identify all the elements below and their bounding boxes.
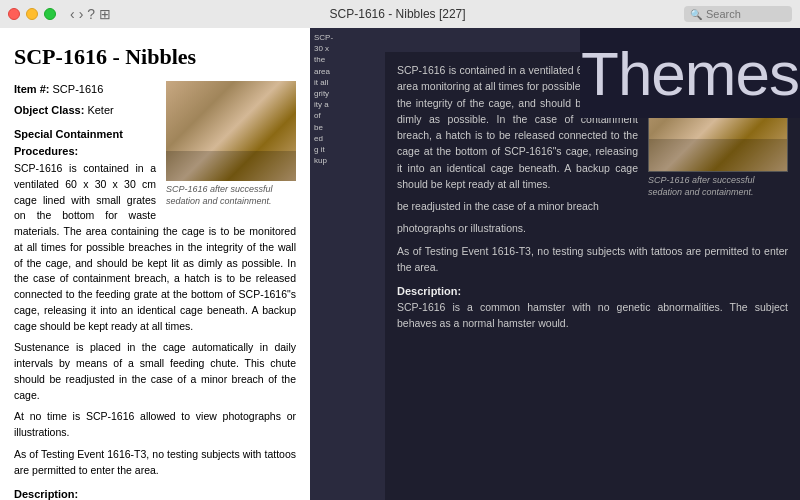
sustenance-text: Sustenance is placed in the cage automat… <box>14 340 296 403</box>
scp-document-panel: SCP-1616 - Nibbles SCP-1616 after succes… <box>0 28 310 500</box>
search-icon: 🔍 <box>690 9 702 20</box>
hamster-photo <box>166 81 296 181</box>
right-panel[interactable]: Themes 🔍 SCP-1616 after successful sedat… <box>385 28 800 500</box>
close-button[interactable] <box>8 8 20 20</box>
right-image-caption: SCP-1616 after successful sedation and c… <box>648 175 788 198</box>
scp-image <box>166 81 296 181</box>
main-content: SCP-1616 - Nibbles SCP-1616 after succes… <box>0 28 800 500</box>
right-partial-text-3: photographs or illustrations. <box>397 220 788 236</box>
scp-title: SCP-1616 - Nibbles <box>14 40 296 73</box>
right-partial-text-2: be readjusted in the case of a minor bre… <box>397 198 788 214</box>
right-testing-text: As of Testing Event 1616-T3, no testing … <box>397 243 788 276</box>
no-photos-text: At no time is SCP-1616 allowed to view p… <box>14 409 296 441</box>
scp-image-container: SCP-1616 after successful sedation and c… <box>166 81 296 207</box>
right-description-header: Description: <box>397 285 461 297</box>
testing-text: As of Testing Event 1616-T3, no testing … <box>14 447 296 479</box>
help-button[interactable]: ? <box>87 7 95 21</box>
chrome-search-box[interactable]: 🔍 <box>684 6 792 22</box>
window-chrome: ‹ › ? ⊞ SCP-1616 - Nibbles [227] 🔍 <box>0 0 800 28</box>
right-description-text: SCP-1616 is a common hamster with no gen… <box>397 299 788 332</box>
description-header: Description: <box>14 486 296 500</box>
forward-button[interactable]: › <box>79 7 84 21</box>
themes-title: Themes <box>581 38 799 109</box>
middle-panel: SCP-30 xtheareait allgrityity aofbeedg i… <box>310 28 385 500</box>
themes-overlay: Themes <box>580 28 800 118</box>
scp-image-caption: SCP-1616 after successful sedation and c… <box>166 184 296 207</box>
middle-text: SCP-30 xtheareait allgrityity aofbeedg i… <box>314 32 381 166</box>
view-button[interactable]: ⊞ <box>99 7 111 21</box>
maximize-button[interactable] <box>44 8 56 20</box>
window-title: SCP-1616 - Nibbles [227] <box>117 7 678 21</box>
back-button[interactable]: ‹ <box>70 7 75 21</box>
chrome-search-input[interactable] <box>706 8 786 20</box>
minimize-button[interactable] <box>26 8 38 20</box>
nav-buttons: ‹ › ? ⊞ <box>70 7 111 21</box>
right-content: SCP-1616 after successful sedation and c… <box>385 52 800 500</box>
